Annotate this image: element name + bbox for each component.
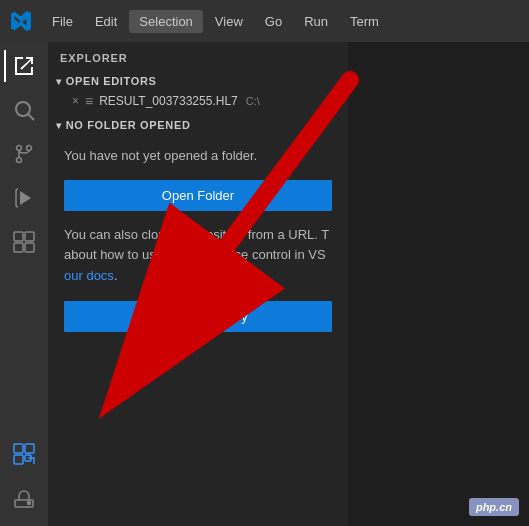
php-badge: php.cn [469,498,519,516]
extensions-activity-icon[interactable] [4,222,44,262]
clone-repository-button[interactable]: Clone Repository [64,301,332,332]
svg-rect-9 [14,444,23,453]
extensions-bottom-icon[interactable] [4,434,44,474]
no-folder-header[interactable]: ▾ NO FOLDER OPENED [48,116,348,134]
remote-activity-icon[interactable] [4,478,44,518]
editor-filename: RESULT_003733255.HL7 [99,94,238,108]
chevron-down-icon: ▾ [56,76,62,87]
source-control-activity-icon[interactable] [4,134,44,174]
svg-point-3 [17,146,22,151]
menu-terminal[interactable]: Term [340,10,389,33]
svg-point-4 [27,146,32,151]
run-activity-icon[interactable] [4,178,44,218]
menu-go[interactable]: Go [255,10,292,33]
activity-bar-bottom [4,434,44,526]
vscode-logo [10,10,32,32]
open-folder-button[interactable]: Open Folder [64,180,332,211]
menu-bar: File Edit Selection View Go Run Term [42,10,389,33]
clone-text-part1: You can also clone a repository from a U… [64,227,329,242]
editor-area [348,42,529,526]
menu-edit[interactable]: Edit [85,10,127,33]
clone-info-text: You can also clone a repository from a U… [64,225,332,287]
svg-rect-5 [14,232,23,241]
no-folder-section: You have not yet opened a folder. Open F… [48,134,348,358]
open-editors-header[interactable]: ▾ OPEN EDITORS [48,72,348,90]
svg-rect-7 [14,243,23,252]
svg-rect-8 [25,243,34,252]
no-folder-info: You have not yet opened a folder. [64,146,332,166]
file-icon: ≡ [85,93,93,109]
no-folder-label: NO FOLDER OPENED [66,119,191,131]
menu-run[interactable]: Run [294,10,338,33]
svg-point-2 [17,158,22,163]
search-activity-icon[interactable] [4,90,44,130]
php-badge-domain: .cn [496,501,512,513]
clone-docs-link[interactable]: our docs [64,268,114,283]
editor-path: C:\ [246,95,260,107]
open-editors-label: OPEN EDITORS [66,75,157,87]
chevron-down-no-folder-icon: ▾ [56,120,62,131]
explorer-activity-icon[interactable] [4,46,44,86]
menu-selection[interactable]: Selection [129,10,202,33]
svg-rect-10 [25,444,34,453]
php-badge-text: php [476,501,496,513]
editor-file-item[interactable]: × ≡ RESULT_003733255.HL7 C:\ [48,90,348,112]
activity-bar [0,42,48,526]
sidebar: EXPLORER ▾ OPEN EDITORS × ≡ RESULT_00373… [48,42,348,526]
sidebar-title: EXPLORER [48,42,348,72]
title-bar: File Edit Selection View Go Run Term [0,0,529,42]
svg-line-1 [29,115,35,121]
close-icon[interactable]: × [72,95,79,107]
clone-period: . [114,268,118,283]
svg-point-0 [16,102,30,116]
menu-view[interactable]: View [205,10,253,33]
main-area: EXPLORER ▾ OPEN EDITORS × ≡ RESULT_00373… [0,42,529,526]
svg-point-14 [28,502,31,505]
clone-text-part2: about how to use git and source control … [64,247,326,262]
svg-rect-11 [14,455,23,464]
svg-rect-6 [25,232,34,241]
menu-file[interactable]: File [42,10,83,33]
